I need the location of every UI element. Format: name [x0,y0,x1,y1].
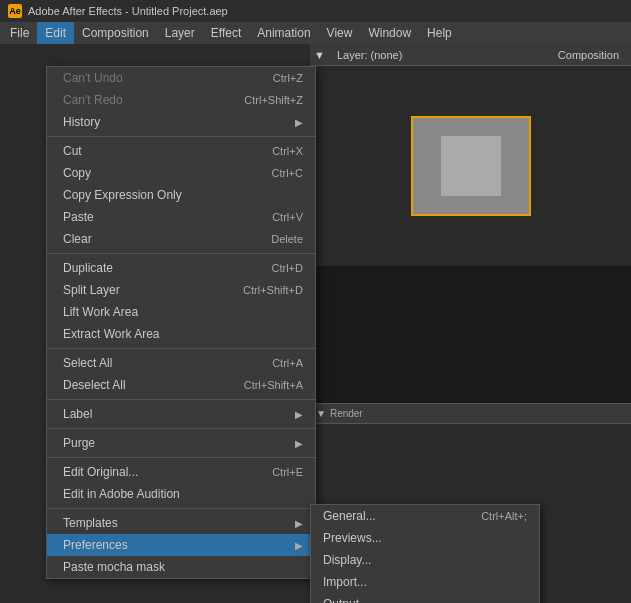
menu-help[interactable]: Help [419,22,460,44]
pref-general-shortcut: Ctrl+Alt+; [481,510,527,522]
menu-preferences[interactable]: Preferences ▶ [47,534,315,556]
split-layer-shortcut: Ctrl+Shift+D [243,284,303,296]
menu-cut[interactable]: Cut Ctrl+X [47,140,315,162]
copy-shortcut: Ctrl+C [272,167,303,179]
clear-label: Clear [63,232,251,246]
history-arrow-icon: ▶ [295,117,303,128]
separator-5 [47,428,315,429]
menu-edit-original[interactable]: Edit Original... Ctrl+E [47,461,315,483]
cut-label: Cut [63,144,252,158]
comp-preview [310,66,631,266]
preferences-submenu: General... Ctrl+Alt+; Previews... Displa… [310,504,540,603]
paste-label: Paste [63,210,252,224]
menu-paste-mocha[interactable]: Paste mocha mask [47,556,315,578]
history-label: History [63,115,291,129]
separator-2 [47,253,315,254]
menu-effect[interactable]: Effect [203,22,249,44]
cant-redo-shortcut: Ctrl+Shift+Z [244,94,303,106]
menu-edit-audition[interactable]: Edit in Adobe Audition [47,483,315,505]
app-icon: Ae [8,4,22,18]
deselect-all-shortcut: Ctrl+Shift+A [244,379,303,391]
menu-lift-work-area[interactable]: Lift Work Area [47,301,315,323]
layer-header: ▼ Layer: (none) Composition [310,44,631,66]
separator-7 [47,508,315,509]
menu-split-layer[interactable]: Split Layer Ctrl+Shift+D [47,279,315,301]
comp-viewer [310,66,631,266]
timeline-label: ▼ [316,408,326,419]
select-all-label: Select All [63,356,252,370]
paste-mocha-label: Paste mocha mask [63,560,303,574]
pref-display-label: Display... [323,553,527,567]
copy-expression-label: Copy Expression Only [63,188,303,202]
pref-previews[interactable]: Previews... [311,527,539,549]
pref-import-label: Import... [323,575,527,589]
templates-arrow-icon: ▶ [295,518,303,529]
menu-edit[interactable]: Edit [37,22,74,44]
layer-panel-tab: ▼ [314,49,325,61]
menu-extract-work-area[interactable]: Extract Work Area [47,323,315,345]
menu-cant-redo[interactable]: Can't Redo Ctrl+Shift+Z [47,89,315,111]
edit-dropdown-menu: Can't Undo Ctrl+Z Can't Redo Ctrl+Shift+… [46,66,316,579]
main-area: Can't Undo Ctrl+Z Can't Redo Ctrl+Shift+… [0,44,631,603]
menu-view[interactable]: View [319,22,361,44]
duplicate-label: Duplicate [63,261,252,275]
render-info: Render [330,408,363,419]
pref-general-label: General... [323,509,461,523]
select-all-shortcut: Ctrl+A [272,357,303,369]
menu-bar: File Edit Composition Layer Effect Anima… [0,22,631,44]
preferences-label: Preferences [63,538,291,552]
separator-4 [47,399,315,400]
cant-redo-label: Can't Redo [63,93,224,107]
menu-animation[interactable]: Animation [249,22,318,44]
purge-label: Purge [63,436,291,450]
preferences-arrow-icon: ▶ [295,540,303,551]
pref-display[interactable]: Display... [311,549,539,571]
title-text: Adobe After Effects - Untitled Project.a… [28,5,228,17]
cant-undo-label: Can't Undo [63,71,253,85]
extract-work-area-label: Extract Work Area [63,327,303,341]
edit-audition-label: Edit in Adobe Audition [63,487,303,501]
menu-paste[interactable]: Paste Ctrl+V [47,206,315,228]
pref-output[interactable]: Output... [311,593,539,603]
menu-select-all[interactable]: Select All Ctrl+A [47,352,315,374]
separator-1 [47,136,315,137]
menu-templates[interactable]: Templates ▶ [47,512,315,534]
pref-import[interactable]: Import... [311,571,539,593]
duplicate-shortcut: Ctrl+D [272,262,303,274]
layer-panel-label: Layer: (none) [337,49,402,61]
edit-original-shortcut: Ctrl+E [272,466,303,478]
menu-cant-undo[interactable]: Can't Undo Ctrl+Z [47,67,315,89]
menu-deselect-all[interactable]: Deselect All Ctrl+Shift+A [47,374,315,396]
menu-file[interactable]: File [2,22,37,44]
templates-label: Templates [63,516,291,530]
copy-label: Copy [63,166,252,180]
menu-clear[interactable]: Clear Delete [47,228,315,250]
pref-output-label: Output... [323,597,527,603]
cut-shortcut: Ctrl+X [272,145,303,157]
menu-window[interactable]: Window [360,22,419,44]
menu-purge[interactable]: Purge ▶ [47,432,315,454]
title-bar: Ae Adobe After Effects - Untitled Projec… [0,0,631,22]
cant-undo-shortcut: Ctrl+Z [273,72,303,84]
purge-arrow-icon: ▶ [295,438,303,449]
menu-composition[interactable]: Composition [74,22,157,44]
left-panel: Can't Undo Ctrl+Z Can't Redo Ctrl+Shift+… [0,44,310,603]
split-layer-label: Split Layer [63,283,223,297]
pref-general[interactable]: General... Ctrl+Alt+; [311,505,539,527]
separator-3 [47,348,315,349]
menu-label[interactable]: Label ▶ [47,403,315,425]
edit-original-label: Edit Original... [63,465,252,479]
menu-duplicate[interactable]: Duplicate Ctrl+D [47,257,315,279]
pref-previews-label: Previews... [323,531,527,545]
lift-work-area-label: Lift Work Area [63,305,303,319]
menu-copy-expression[interactable]: Copy Expression Only [47,184,315,206]
clear-shortcut: Delete [271,233,303,245]
paste-shortcut: Ctrl+V [272,211,303,223]
label-arrow-icon: ▶ [295,409,303,420]
separator-6 [47,457,315,458]
menu-copy[interactable]: Copy Ctrl+C [47,162,315,184]
menu-history[interactable]: History ▶ [47,111,315,133]
deselect-all-label: Deselect All [63,378,224,392]
composition-panel-label: Composition [558,49,619,61]
menu-layer[interactable]: Layer [157,22,203,44]
